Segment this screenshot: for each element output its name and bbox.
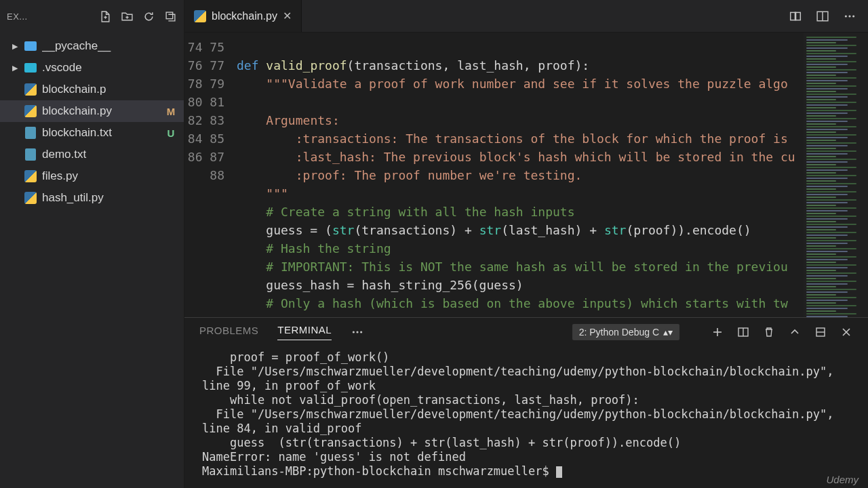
svg-point-10 xyxy=(360,331,362,333)
collapse-all-icon[interactable] xyxy=(163,9,177,23)
terminal-line: File "/Users/mschwarzmueller/development… xyxy=(202,407,841,435)
panel-tab-problems[interactable]: PROBLEMS xyxy=(199,325,258,340)
svg-point-9 xyxy=(357,331,359,333)
tab-label: blockchain.py xyxy=(212,10,277,22)
tree-item-label: demo.txt xyxy=(42,148,161,161)
minimap[interactable] xyxy=(804,33,868,317)
python-file-icon xyxy=(194,10,206,22)
tree-item-files-py[interactable]: files.py xyxy=(0,165,184,187)
panel-more-icon[interactable] xyxy=(351,325,364,339)
file-icon xyxy=(24,83,37,96)
file-icon xyxy=(24,148,37,161)
folder-icon xyxy=(24,40,37,52)
close-tab-icon[interactable]: ✕ xyxy=(283,9,292,22)
file-icon xyxy=(24,170,37,182)
maximize-panel-icon[interactable] xyxy=(814,325,827,339)
split-editor-icon[interactable] xyxy=(815,9,830,24)
tree-item-label: blockchain.p xyxy=(42,83,161,96)
bottom-panel: PROBLEMS TERMINAL 2: Python Debug C ▴▾ xyxy=(184,317,868,488)
file-icon xyxy=(24,105,37,117)
line-gutter: 74 75 76 77 78 79 80 81 82 83 84 85 86 8… xyxy=(184,33,237,317)
terminal-line: while not valid_proof(open_transactions,… xyxy=(202,393,639,407)
terminal-line: Maximilians-MBP:python-blockchain mschwa… xyxy=(202,464,556,478)
close-panel-icon[interactable] xyxy=(840,325,853,339)
refresh-icon[interactable] xyxy=(142,9,155,23)
file-icon xyxy=(24,192,37,204)
file-icon xyxy=(24,127,37,139)
editor-actions xyxy=(788,9,868,24)
code-editor[interactable]: 74 75 76 77 78 79 80 81 82 83 84 85 86 8… xyxy=(184,33,868,317)
svg-point-7 xyxy=(852,15,854,17)
tree-item-blockchain-p[interactable]: blockchain.p xyxy=(0,79,184,100)
tree-item-hash-util-py[interactable]: hash_util.py xyxy=(0,187,184,209)
tree-item-label: blockchain.txt xyxy=(42,126,161,140)
tree-item--vscode[interactable]: ▶.vscode xyxy=(0,57,184,79)
svg-point-6 xyxy=(848,15,850,17)
git-status-badge: M xyxy=(166,106,176,117)
tree-item--pycache-[interactable]: ▶__pycache__ xyxy=(0,35,184,57)
editor-pane: blockchain.py ✕ 74 75 76 77 78 79 80 81 … xyxy=(184,0,868,488)
terminal-line: File "/Users/mschwarzmueller/development… xyxy=(202,365,841,392)
terminal-cursor xyxy=(556,466,562,478)
svg-point-5 xyxy=(845,15,847,17)
terminal-select-label: 2: Python Debug C xyxy=(579,327,659,338)
tree-item-label: .vscode xyxy=(42,61,161,75)
terminal-output[interactable]: proof = proof_of_work() File "/Users/msc… xyxy=(184,346,868,488)
kill-terminal-icon[interactable] xyxy=(762,325,776,339)
new-terminal-icon[interactable] xyxy=(711,325,724,339)
watermark: Udemy xyxy=(826,474,859,485)
tree-item-demo-txt[interactable]: demo.txt xyxy=(0,144,184,165)
panel-up-icon[interactable] xyxy=(788,325,802,339)
dropdown-caret-icon: ▴▾ xyxy=(663,327,673,338)
chevron-right-icon: ▶ xyxy=(12,64,19,73)
tab-bar: blockchain.py ✕ xyxy=(184,0,868,33)
terminal-line: proof = proof_of_work() xyxy=(202,350,389,364)
chevron-right-icon: ▶ xyxy=(12,42,19,51)
folder-icon xyxy=(24,62,37,74)
terminal-select[interactable]: 2: Python Debug C ▴▾ xyxy=(572,324,679,340)
terminal-line: NameError: name 'guess' is not defined xyxy=(202,450,466,464)
compare-changes-icon[interactable] xyxy=(788,9,803,24)
tree-item-blockchain-py[interactable]: blockchain.pyM xyxy=(0,100,184,122)
more-actions-icon[interactable] xyxy=(842,9,857,24)
file-tree: ▶__pycache__▶.vscodeblockchain.pblockcha… xyxy=(0,33,184,211)
tree-item-label: files.py xyxy=(42,169,161,183)
tab-blockchain-py[interactable]: blockchain.py ✕ xyxy=(184,0,302,32)
svg-rect-0 xyxy=(166,12,173,19)
tree-item-blockchain-txt[interactable]: blockchain.txtU xyxy=(0,122,184,144)
tree-item-label: blockchain.py xyxy=(42,104,161,118)
terminal-line: guess (str(transactions) + str(last_hash… xyxy=(202,436,681,449)
explorer-header: EX... xyxy=(0,0,184,33)
new-folder-icon[interactable] xyxy=(120,9,134,23)
git-status-badge: U xyxy=(166,127,176,139)
tree-item-label: __pycache__ xyxy=(42,39,161,53)
panel-tab-terminal[interactable]: TERMINAL xyxy=(277,324,332,340)
explorer-title: EX... xyxy=(7,12,90,22)
svg-point-8 xyxy=(353,331,355,333)
panel-tab-bar: PROBLEMS TERMINAL 2: Python Debug C ▴▾ xyxy=(184,318,868,346)
tree-item-label: hash_util.py xyxy=(42,191,161,205)
split-terminal-icon[interactable] xyxy=(736,325,750,339)
code-content[interactable]: def valid_proof(transactions, last_hash,… xyxy=(237,33,804,317)
explorer-sidebar: EX... ▶__pycache__▶.vscodeblockchain.pbl… xyxy=(0,0,184,488)
new-file-icon[interactable] xyxy=(98,9,112,23)
